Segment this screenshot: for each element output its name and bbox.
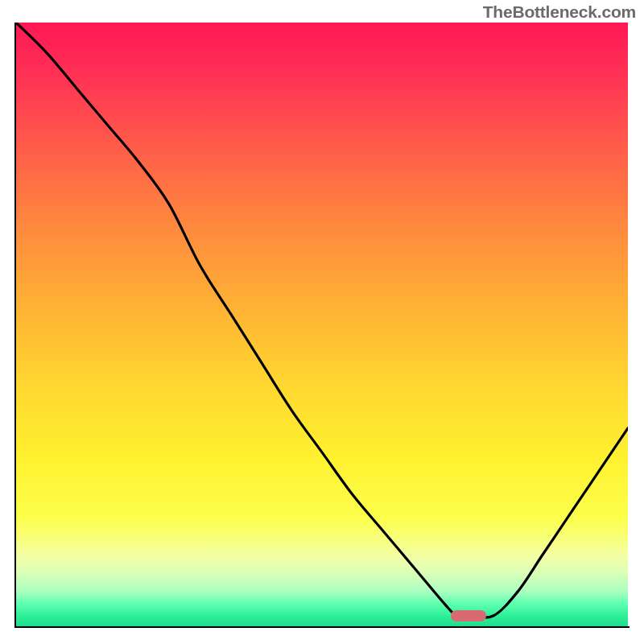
attribution-label: TheBottleneck.com [483,2,636,22]
chart-container: TheBottleneck.com [0,0,644,644]
bottleneck-curve [16,23,628,628]
plot-area [16,23,628,628]
optimal-marker [451,610,486,621]
y-axis [14,23,16,628]
x-axis [14,626,630,628]
